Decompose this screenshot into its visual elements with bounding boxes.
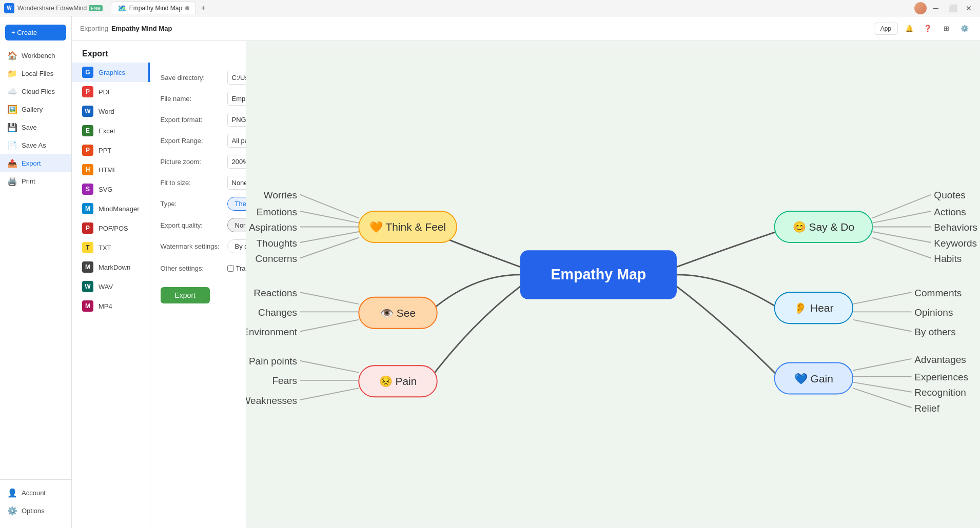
app-button[interactable]: App [874, 23, 898, 35]
tab-modified-dot [185, 6, 189, 10]
fit-to-size-label: Fit to size: [161, 179, 227, 187]
panel-divider: G Graphics P PDF W Word E [72, 63, 246, 528]
svg-text:Recognition: Recognition [914, 387, 966, 398]
transparent-checkbox[interactable] [227, 265, 234, 272]
file-name-input[interactable] [227, 92, 247, 106]
sidebar-item-print[interactable]: 🖨️ Print [0, 172, 71, 190]
sidebar-item-save-as[interactable]: 📄 Save As [0, 136, 71, 154]
format-excel[interactable]: E Excel [72, 121, 150, 140]
close-button[interactable]: ✕ [962, 1, 976, 15]
save-icon: 💾 [7, 123, 17, 132]
tab-bar: 🗺️ Empathy Mind Map + [111, 2, 209, 14]
svg-text:Pain points: Pain points [249, 356, 297, 367]
watermark-default-button[interactable]: By default [227, 239, 247, 253]
export-quality-row: Export quality: Normal 💛 HD [161, 218, 247, 232]
format-txt[interactable]: T TXT [72, 238, 150, 257]
format-graphics[interactable]: G Graphics [72, 63, 150, 82]
save-directory-input[interactable] [227, 71, 247, 85]
sidebar-item-local-files[interactable]: 📁 Local Files [0, 65, 71, 83]
options-icon: ⚙️ [7, 506, 17, 516]
export-range-select[interactable]: All pages Current page [227, 134, 247, 148]
notification-icon[interactable]: 🔔 [902, 22, 916, 36]
file-name-control [227, 92, 247, 106]
document-tab[interactable]: 🗺️ Empathy Mind Map [111, 2, 196, 14]
save-directory-control: Browse [227, 71, 247, 85]
sidebar-bottom: 👤 Account ⚙️ Options [0, 479, 71, 524]
svg-icon: S [82, 184, 93, 195]
txt-icon: T [82, 242, 93, 253]
fit-to-size-select[interactable]: None A4 A3 Letter [227, 176, 247, 190]
type-control: The Mind Map Outline notes [227, 197, 247, 211]
fit-to-size-row: Fit to size: None A4 A3 Letter [161, 176, 247, 190]
sidebar-item-export[interactable]: 📤 Export [0, 154, 71, 172]
export-range-control: All pages Current page [227, 134, 247, 148]
svg-text:Aspirations: Aspirations [249, 222, 297, 233]
svg-text:Weaknesses: Weaknesses [246, 395, 297, 406]
svg-text:👁️ See: 👁️ See [380, 307, 416, 320]
new-tab-button[interactable]: + [197, 2, 209, 14]
transparent-checkbox-label[interactable]: Transparent [227, 265, 247, 272]
markdown-icon: M [82, 261, 93, 273]
type-buttons: The Mind Map Outline notes [227, 197, 247, 211]
mp4-icon: M [82, 300, 93, 312]
center-node-label: Empathy Map [551, 266, 646, 282]
quality-control: Normal 💛 HD 💚 UHD [227, 218, 247, 232]
export-format-control: PNG JPG BMP TIFF GIF SVG [227, 113, 247, 127]
svg-text:Opinions: Opinions [914, 307, 953, 318]
picture-zoom-label: Picture zoom: [161, 158, 227, 166]
sidebar-item-workbench[interactable]: 🏠 Workbench [0, 47, 71, 65]
svg-text:Changes: Changes [258, 307, 297, 318]
file-name-label: File name: [161, 95, 227, 103]
format-markdown[interactable]: M MarkDown [72, 257, 150, 277]
other-settings-row: Other settings: Transparent B [161, 260, 247, 276]
window-controls: ─ ⬜ ✕ [914, 1, 976, 15]
word-icon: W [82, 106, 93, 117]
type-mindmap-button[interactable]: The Mind Map [227, 197, 247, 211]
other-settings-control: Transparent Background Toggle icon [227, 260, 247, 276]
pdf-icon: P [82, 86, 93, 97]
format-pdf[interactable]: P PDF [72, 82, 150, 101]
picture-zoom-row: Picture zoom: 100% 150% 200% 300% [161, 155, 247, 169]
sidebar: + Create 🏠 Workbench 📁 Local Files ☁️ Cl… [0, 16, 72, 528]
quality-buttons: Normal 💛 HD 💚 UHD [227, 218, 247, 232]
sidebar-item-account[interactable]: 👤 Account [0, 484, 71, 502]
svg-text:Environment: Environment [246, 327, 298, 337]
format-word[interactable]: W Word [72, 101, 150, 121]
svg-text:Concerns: Concerns [256, 253, 298, 264]
export-format-select[interactable]: PNG JPG BMP TIFF GIF SVG [227, 113, 247, 127]
svg-text:💙 Gain: 💙 Gain [794, 372, 833, 385]
svg-text:😣 Pain: 😣 Pain [379, 375, 417, 388]
watermark-row: Watermark settings: By default 💚 No wart… [161, 239, 247, 253]
minimize-button[interactable]: ─ [929, 1, 943, 15]
format-wav[interactable]: W WAV [72, 277, 150, 296]
html-icon: H [82, 164, 93, 175]
format-ppt[interactable]: P PPT [72, 140, 150, 160]
format-svg[interactable]: S SVG [72, 179, 150, 199]
help-icon[interactable]: ❓ [920, 22, 935, 36]
sidebar-item-cloud-files[interactable]: ☁️ Cloud Files [0, 83, 71, 100]
quality-normal-button[interactable]: Normal [227, 218, 247, 232]
picture-zoom-control: 100% 150% 200% 300% [227, 155, 247, 169]
format-html[interactable]: H HTML [72, 160, 150, 179]
create-button[interactable]: + Create [5, 25, 66, 40]
sidebar-item-gallery[interactable]: 🖼️ Gallery [0, 100, 71, 118]
svg-text:Advantages: Advantages [914, 354, 966, 365]
maximize-button[interactable]: ⬜ [945, 1, 959, 15]
format-mp4[interactable]: M MP4 [72, 296, 150, 316]
app-name: Wondershare EdrawMind Free [17, 5, 103, 12]
sidebar-item-options[interactable]: ⚙️ Options [0, 502, 71, 520]
save-as-icon: 📄 [7, 140, 17, 150]
file-name-row: File name: [161, 92, 247, 106]
app-body: + Create 🏠 Workbench 📁 Local Files ☁️ Cl… [0, 16, 980, 528]
main-area: Exporting Empathy Mind Map App 🔔 ❓ ⊞ ⚙️ … [72, 16, 980, 528]
format-pof[interactable]: P POF/POS [72, 218, 150, 238]
export-button[interactable]: Export [161, 287, 210, 303]
picture-zoom-select[interactable]: 100% 150% 200% 300% [227, 155, 247, 169]
sidebar-item-save[interactable]: 💾 Save [0, 118, 71, 136]
user-avatar[interactable] [914, 2, 927, 14]
settings-icon[interactable]: ⚙️ [957, 22, 972, 36]
wav-icon: W [82, 281, 93, 292]
apps-icon[interactable]: ⊞ [939, 22, 953, 36]
svg-text:Emotions: Emotions [257, 207, 297, 217]
format-mindmanager[interactable]: M MindManager [72, 199, 150, 218]
